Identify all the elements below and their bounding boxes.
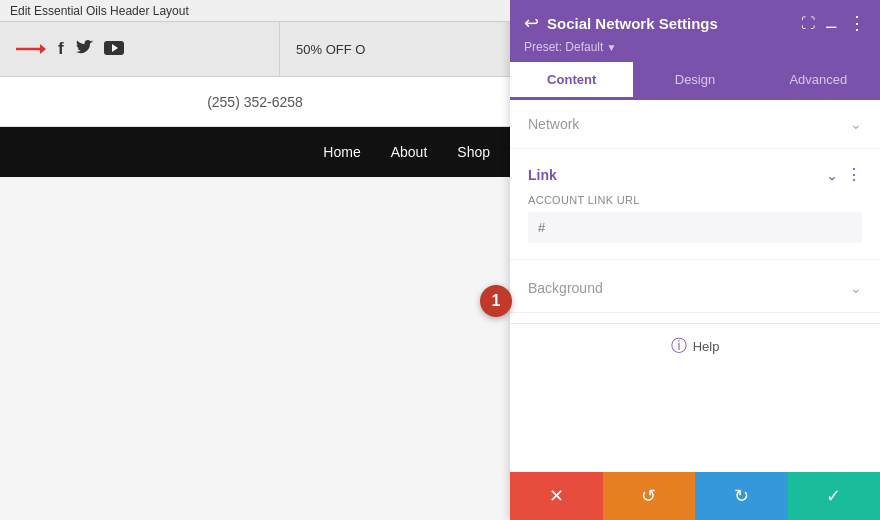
background-chevron: ⌄	[850, 280, 862, 296]
facebook-icon: f	[58, 39, 64, 59]
background-section-row[interactable]: Background ⌄	[510, 264, 880, 313]
panel-icon-columns[interactable]: ⚊	[825, 15, 838, 31]
panel-title-left: ↩ Social Network Settings	[524, 12, 718, 34]
help-row[interactable]: ⓘ Help	[510, 323, 880, 369]
nav-home: Home	[323, 144, 360, 160]
nav-shop: Shop	[457, 144, 490, 160]
youtube-icon	[104, 41, 124, 58]
network-section-title: Network	[528, 116, 579, 132]
link-menu-icon[interactable]: ⋮	[846, 165, 862, 184]
panel-title-row: ↩ Social Network Settings ⛶ ⚊ ⋮	[524, 12, 866, 34]
preset-label[interactable]: Preset: Default	[524, 40, 603, 54]
link-section-title: Link	[528, 167, 557, 183]
link-section-content: Account Link URL	[510, 194, 880, 259]
action-buttons: ✕ ↺ ↻ ✓	[510, 472, 880, 520]
link-section-actions: ⌃ ⋮	[826, 165, 862, 184]
phone-number: (255) 352-6258	[207, 94, 303, 110]
save-button[interactable]: ✓	[788, 472, 881, 520]
svg-marker-1	[40, 44, 46, 54]
reset-button[interactable]: ↺	[603, 472, 696, 520]
panel-title: Social Network Settings	[547, 15, 718, 32]
tab-design[interactable]: Design	[633, 62, 756, 100]
network-section-row[interactable]: Network ⌄	[510, 100, 880, 149]
nav-about: About	[391, 144, 428, 160]
back-icon[interactable]: ↩	[524, 12, 539, 34]
top-bar: f 50% OFF O	[0, 22, 510, 77]
tab-content[interactable]: Content	[510, 62, 633, 100]
arrow-icon	[16, 41, 46, 57]
panel-title-actions: ⛶ ⚊ ⋮	[801, 12, 866, 34]
panel-icon-resize[interactable]: ⛶	[801, 15, 815, 31]
offer-section: 50% OFF O	[280, 22, 510, 76]
help-label: Help	[693, 339, 720, 354]
panel-body: Network ⌄ Link ⌃ ⋮ Account Link URL Back…	[510, 100, 880, 472]
account-link-input[interactable]	[528, 212, 862, 243]
panel-icon-more[interactable]: ⋮	[848, 12, 866, 34]
editor-title: Edit Essential Oils Header Layout	[10, 4, 189, 18]
background-section-title: Background	[528, 280, 603, 296]
offer-text: 50% OFF O	[296, 42, 365, 57]
link-chevron: ⌃	[826, 167, 838, 183]
preset-caret: ▼	[606, 42, 616, 53]
twitter-icon	[76, 40, 94, 59]
step-badge: 1	[480, 285, 512, 317]
nav-bar: Home About Shop	[0, 127, 510, 177]
panel-tabs: Content Design Advanced	[510, 62, 880, 100]
tab-advanced[interactable]: Advanced	[757, 62, 880, 100]
website-preview: f 50% OFF O (255) 352-6258 Home Abou	[0, 22, 510, 520]
help-icon: ⓘ	[671, 336, 687, 357]
settings-panel: ↩ Social Network Settings ⛶ ⚊ ⋮ Preset: …	[510, 0, 880, 520]
redo-button[interactable]: ↻	[695, 472, 788, 520]
phone-bar: (255) 352-6258	[0, 77, 510, 127]
network-chevron: ⌄	[850, 116, 862, 132]
panel-header: ↩ Social Network Settings ⛶ ⚊ ⋮ Preset: …	[510, 0, 880, 62]
social-section: f	[0, 22, 280, 76]
link-section: Link ⌃ ⋮ Account Link URL	[510, 149, 880, 260]
link-section-header[interactable]: Link ⌃ ⋮	[510, 149, 880, 194]
account-link-label: Account Link URL	[528, 194, 862, 206]
cancel-button[interactable]: ✕	[510, 472, 603, 520]
preset-row: Preset: Default ▼	[524, 40, 866, 54]
